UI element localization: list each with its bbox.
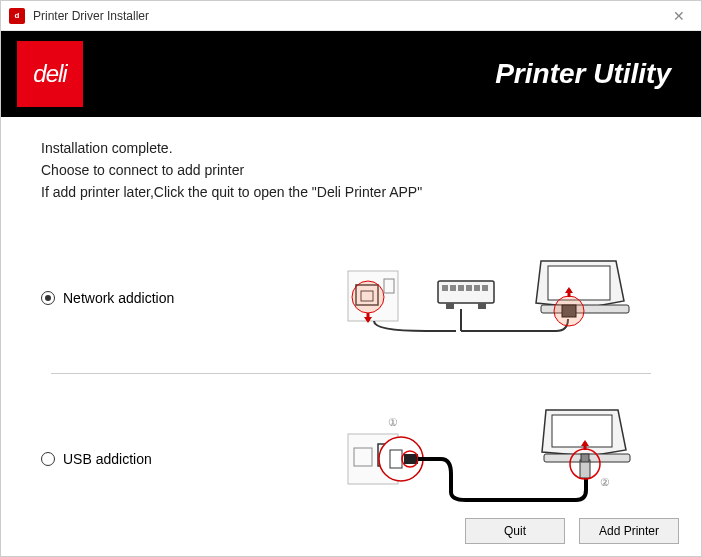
- titlebar: d Printer Driver Installer ✕: [1, 1, 701, 31]
- network-option-row: Network addiction: [41, 233, 661, 363]
- svg-rect-24: [404, 454, 418, 464]
- svg-rect-29: [580, 460, 590, 478]
- svg-rect-13: [478, 303, 486, 309]
- svg-point-3: [352, 281, 384, 313]
- quit-button[interactable]: Quit: [465, 518, 565, 544]
- close-button[interactable]: ✕: [656, 1, 701, 31]
- network-radio[interactable]: Network addiction: [41, 290, 321, 306]
- header-title: Printer Utility: [495, 58, 671, 90]
- deli-logo: deli: [17, 41, 83, 107]
- message-line-1: Installation complete.: [41, 137, 661, 159]
- svg-rect-8: [458, 285, 464, 291]
- svg-rect-5: [438, 281, 494, 303]
- add-printer-button[interactable]: Add Printer: [579, 518, 679, 544]
- svg-text:②: ②: [600, 476, 610, 488]
- content-area: Installation complete. Choose to connect…: [1, 117, 701, 534]
- connection-options: Network addiction: [41, 233, 661, 534]
- svg-rect-9: [466, 285, 472, 291]
- option-separator: [51, 373, 651, 374]
- svg-rect-10: [474, 285, 480, 291]
- usb-diagram: ① ②: [321, 404, 661, 514]
- svg-text:①: ①: [388, 416, 398, 428]
- svg-rect-30: [581, 454, 589, 462]
- network-radio-label: Network addiction: [63, 290, 174, 306]
- header-banner: deli Printer Utility: [1, 31, 701, 117]
- radio-icon: [41, 291, 55, 305]
- footer-buttons: Quit Add Printer: [465, 518, 679, 544]
- message-line-3: If add printer later,Click the quit to o…: [41, 181, 661, 203]
- svg-rect-14: [548, 266, 610, 300]
- message-line-2: Choose to connect to add printer: [41, 159, 661, 181]
- usb-radio-label: USB addiction: [63, 451, 152, 467]
- svg-point-17: [554, 296, 584, 326]
- svg-rect-11: [482, 285, 488, 291]
- svg-rect-12: [446, 303, 454, 309]
- app-icon: d: [9, 8, 25, 24]
- install-message: Installation complete. Choose to connect…: [41, 137, 661, 203]
- svg-rect-7: [450, 285, 456, 291]
- network-diagram: [321, 253, 661, 343]
- usb-radio[interactable]: USB addiction: [41, 451, 321, 467]
- window-title: Printer Driver Installer: [33, 9, 149, 23]
- usb-option-row: USB addiction ①: [41, 384, 661, 534]
- close-icon: ✕: [673, 8, 685, 24]
- radio-icon: [41, 452, 55, 466]
- svg-rect-27: [552, 415, 612, 447]
- svg-rect-6: [442, 285, 448, 291]
